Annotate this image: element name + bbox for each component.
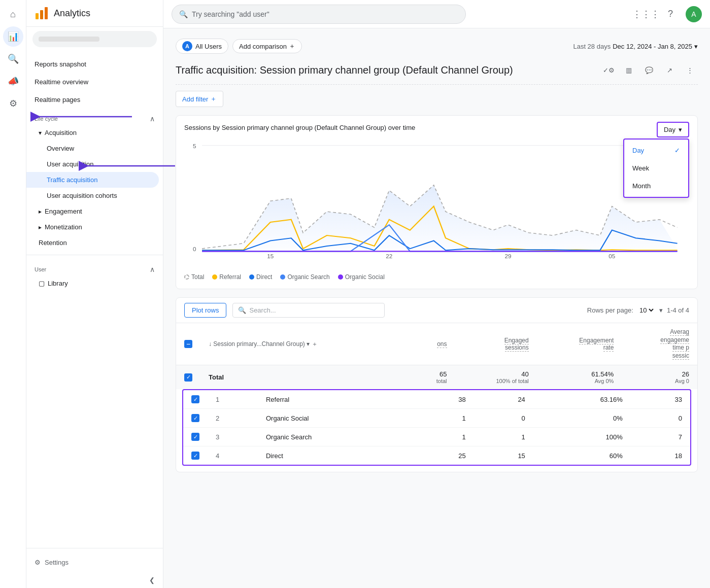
home-icon[interactable]: ⌂ bbox=[3, 4, 23, 24]
sidebar-item-monetization[interactable]: ▸ Monetization bbox=[26, 219, 159, 235]
date-range-value: Dec 12, 2024 - Jan 8, 2025 bbox=[613, 43, 692, 50]
advertising-icon[interactable]: 📣 bbox=[3, 71, 23, 91]
sidebar-item-realtime-overview[interactable]: Realtime overview bbox=[26, 73, 159, 91]
row-rank-cell: 4 bbox=[208, 446, 258, 465]
legend-label-organic-social: Organic Social bbox=[345, 273, 385, 281]
row-avg-time: 0 bbox=[631, 409, 690, 428]
legend-dot-direct bbox=[249, 274, 254, 280]
app-title: Analytics bbox=[54, 8, 90, 19]
row-channel-name: Direct bbox=[266, 452, 283, 460]
legend-dot-total bbox=[184, 274, 189, 280]
sidebar-item-traffic-acquisition[interactable]: Traffic acquisition bbox=[26, 172, 159, 188]
sidebar-item-library[interactable]: ▢ Library bbox=[26, 275, 159, 291]
row-channel-cell[interactable]: Organic Social bbox=[258, 409, 415, 428]
th-channel-add-icon[interactable]: ＋ bbox=[312, 340, 318, 348]
row-channel-cell[interactable]: Direct bbox=[258, 446, 415, 465]
period-day-label: Day bbox=[632, 147, 644, 154]
total-engaged: 40 100% of total bbox=[455, 365, 537, 390]
row-engagement-rate: 60% bbox=[533, 446, 631, 465]
sidebar-item-retention[interactable]: Retention bbox=[26, 235, 159, 251]
avatar[interactable]: A bbox=[686, 6, 702, 22]
rows-per-page-select[interactable]: 10 25 50 bbox=[637, 306, 655, 315]
total-rate-note: Avg 0% bbox=[545, 378, 614, 384]
total-sessions: 65 total bbox=[410, 365, 455, 390]
period-option-month[interactable]: Month bbox=[624, 177, 688, 195]
header-right: ⋮⋮⋮ ? A bbox=[637, 5, 702, 23]
sidebar-item-user-acquisition-cohorts[interactable]: User acquisition cohorts bbox=[26, 188, 159, 203]
page-title: Traffic acquisition: Session primary cha… bbox=[176, 64, 596, 76]
period-option-week[interactable]: Week bbox=[624, 159, 688, 177]
configure-icon[interactable]: ⚙ bbox=[3, 93, 23, 114]
user-label: User bbox=[35, 266, 46, 272]
compare-icon[interactable]: ▥ bbox=[621, 62, 637, 78]
sidebar-item-reports-snapshot[interactable]: Reports snapshot bbox=[26, 55, 159, 73]
period-selector: Day ▾ Day ✓ Week Month bbox=[657, 122, 689, 137]
library-label: Library bbox=[48, 280, 68, 287]
user-chevron[interactable]: ∧ bbox=[150, 265, 155, 273]
row-channel-cell[interactable]: Organic Search bbox=[258, 428, 415, 446]
rows-per-page-control: Rows per page: 10 25 50 ▾ 1-4 of 4 bbox=[587, 306, 689, 315]
plot-rows-button[interactable]: Plot rows bbox=[184, 303, 226, 318]
lifecycle-chevron[interactable]: ∧ bbox=[150, 115, 155, 123]
apps-icon[interactable]: ⋮⋮⋮ bbox=[637, 5, 655, 23]
gear-icon: ⚙ bbox=[35, 559, 41, 566]
svg-text:29: 29 bbox=[504, 254, 511, 259]
date-range[interactable]: Last 28 days Dec 12, 2024 - Jan 8, 2025 … bbox=[573, 43, 698, 50]
segment-left: A All Users Add comparison ＋ bbox=[176, 39, 302, 54]
th-channel-sort-icon: ↓ bbox=[209, 340, 212, 348]
sidebar-item-user-acquisition[interactable]: User acquisition bbox=[26, 156, 159, 172]
help-icon[interactable]: ? bbox=[661, 5, 680, 23]
total-label-text: Total bbox=[209, 373, 224, 381]
row-rank-cell: 1 bbox=[208, 390, 258, 409]
row-engagement-rate: 0% bbox=[533, 409, 631, 428]
collapse-button[interactable]: ❮ bbox=[26, 572, 163, 588]
row-checkbox-3[interactable] bbox=[191, 452, 199, 460]
period-button[interactable]: Day ▾ bbox=[657, 122, 689, 137]
more-icon[interactable]: ⋮ bbox=[682, 62, 698, 78]
row-checkbox-2[interactable] bbox=[191, 433, 199, 441]
svg-rect-1 bbox=[40, 10, 43, 19]
table-toolbar: Plot rows 🔍 Search... Rows per page: 10 … bbox=[176, 298, 697, 323]
period-option-day[interactable]: Day ✓ bbox=[624, 142, 688, 159]
legend-label-referral: Referral bbox=[219, 273, 241, 281]
comment-icon[interactable]: 💬 bbox=[641, 62, 657, 78]
account-selector[interactable] bbox=[32, 31, 157, 47]
svg-text:0: 0 bbox=[193, 247, 196, 252]
row-checkbox-0[interactable] bbox=[191, 395, 199, 403]
row-channel-cell[interactable]: Referral bbox=[258, 390, 415, 409]
search-icon: 🔍 bbox=[179, 10, 188, 18]
table-search[interactable]: 🔍 Search... bbox=[232, 303, 385, 318]
sidebar-footer-divider bbox=[26, 548, 163, 548]
share-icon[interactable]: ↗ bbox=[661, 62, 678, 78]
sidebar-item-overview[interactable]: Overview bbox=[26, 141, 159, 156]
all-users-pill[interactable]: A All Users bbox=[176, 39, 228, 54]
sidebar-item-realtime-pages[interactable]: Realtime pages bbox=[26, 91, 159, 109]
add-comparison-button[interactable]: Add comparison ＋ bbox=[232, 39, 302, 53]
select-all-checkbox[interactable] bbox=[184, 340, 192, 348]
highlighted-rows-box: 1 Referral 38 24 63.16% 33 2 Organic Soc… bbox=[182, 389, 691, 466]
add-filter-button[interactable]: Add filter ＋ bbox=[176, 91, 223, 107]
table-search-icon: 🔍 bbox=[238, 306, 246, 314]
sidebar-item-engagement[interactable]: ▸ Engagement bbox=[26, 203, 159, 219]
th-engagement-rate: Engagementrate bbox=[537, 323, 622, 365]
total-checkbox-cell bbox=[176, 365, 200, 390]
acquisition-label: Acquisition bbox=[45, 129, 77, 136]
settings-item[interactable]: ⚙ Settings bbox=[26, 552, 163, 572]
th-channel-filter-icon[interactable]: ▾ bbox=[307, 340, 310, 348]
explore-icon[interactable]: 🔍 bbox=[3, 49, 23, 69]
th-engaged-sessions: Engagedsessions bbox=[455, 323, 537, 365]
check-settings-icon[interactable]: ✓⚙ bbox=[600, 62, 617, 78]
reports-icon[interactable]: 📊 bbox=[3, 26, 23, 47]
top-header: 🔍 Try searching "add user" ⋮⋮⋮ ? A bbox=[163, 0, 710, 28]
total-checkbox[interactable] bbox=[184, 373, 192, 382]
search-bar[interactable]: 🔍 Try searching "add user" bbox=[172, 5, 466, 24]
th-sessions: ons bbox=[410, 323, 455, 365]
analytics-logo bbox=[35, 6, 49, 20]
row-checkbox-cell bbox=[183, 446, 208, 465]
table-total-row: Total 65 total 40 100% of total 61.54% bbox=[176, 365, 697, 390]
sidebar-item-acquisition[interactable]: ▾ Acquisition bbox=[26, 125, 159, 141]
row-checkbox-1[interactable] bbox=[191, 414, 199, 422]
table-row: 2 Organic Social 1 0 0% 0 bbox=[183, 409, 690, 428]
sidebar-nav: Reports snapshot Realtime overview Realt… bbox=[26, 51, 163, 295]
th-channel-group[interactable]: ↓ Session primary...Channel Group) ▾ ＋ bbox=[200, 323, 410, 365]
